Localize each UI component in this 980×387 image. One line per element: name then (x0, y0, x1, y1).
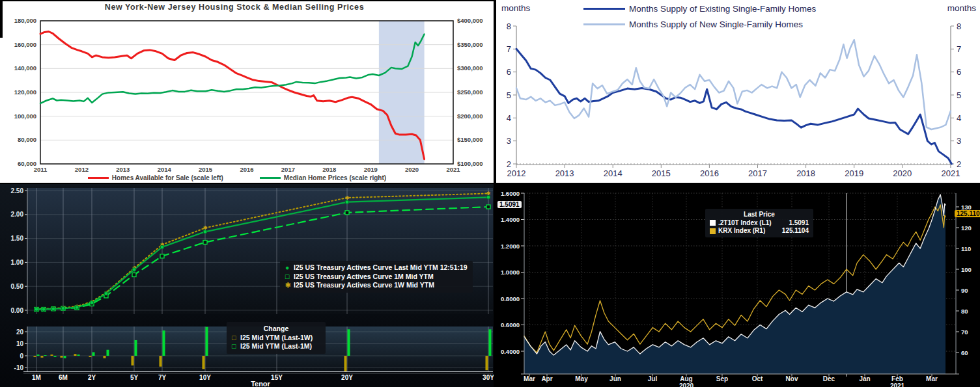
change-bar-1w (74, 354, 77, 356)
change-bar-1w (132, 356, 134, 366)
last-price-legend: Last Price .2T10T Index (L1) 1.5091 KRX … (705, 209, 813, 237)
change-bar-1m (64, 356, 66, 358)
change-bar-1w (104, 356, 106, 358)
left-axis-tick: 160,000 (14, 41, 36, 48)
main-panel (27, 188, 493, 314)
right-axis-tick: 110 (961, 245, 971, 252)
right-axis-tick: $100,000 (457, 160, 483, 167)
left-axis-tick: -10 (14, 364, 24, 371)
legend-item: Months Supply of New Single-Family Homes (583, 20, 816, 29)
legend-item: Months Supply of Existing Single-Family … (583, 4, 816, 14)
left-axis-tick: 120,000 (14, 88, 36, 96)
x-axis-tick: Mar (524, 375, 535, 382)
circle-marker (345, 200, 349, 204)
change-bar-1w (41, 356, 44, 358)
legend-label: I25 Mid YTM (Last-1W) (240, 334, 313, 341)
market-dashboard: New York-New Jersey Housing Stock & Medi… (0, 0, 980, 387)
left-axis-tick: 1.0000 (501, 269, 520, 276)
square-marker (345, 211, 349, 215)
legend-label: KRX Index (R1) (718, 227, 765, 235)
treasury-curve-chart: 2.502.001.501.000.500.0020100-101M6M2Y5Y… (0, 184, 494, 387)
circle-marker-icon: ● (285, 263, 294, 273)
change-bar-1w (160, 356, 162, 367)
existing-homes-swatch (583, 8, 625, 10)
months-legend: Months Supply of Existing Single-Family … (583, 4, 816, 29)
amber-bar-icon: □ (232, 334, 240, 343)
x-axis-tick: 2020 (893, 168, 912, 178)
right-axis-tick: 7 (957, 44, 961, 54)
series-line (516, 40, 951, 129)
change-bar-1m (77, 354, 80, 356)
right-axis-tick: 100 (961, 266, 972, 273)
x-axis-tick: 2011 (34, 166, 48, 173)
left-axis-tick: 8 (507, 21, 511, 31)
x-axis-tick: Apr (541, 375, 552, 382)
change-bar-1m (163, 330, 165, 356)
x-axis-tick: Feb (891, 375, 903, 382)
x-axis-year: 2020 (679, 382, 694, 387)
series-line (516, 49, 951, 164)
change-bar-1m (135, 340, 137, 356)
x-axis-tick: 20Y (341, 374, 353, 381)
x-axis-tick: Jul (648, 375, 658, 382)
housing-plot: 180,000160,000140,000120,000100,00080,00… (0, 0, 494, 183)
legend-label: Months Supply of New Single-Family Homes (629, 20, 803, 29)
square-marker (203, 240, 207, 244)
y-axis-title-right: months (947, 3, 976, 13)
legend-item: □I25 US Treasury Actives Curve 1M Mid YT… (285, 273, 468, 282)
x-axis-tick: 2017 (281, 166, 295, 173)
x-axis-tick: 2019 (845, 168, 863, 178)
circle-marker (61, 306, 65, 310)
left-axis-tick: 0.4000 (501, 348, 520, 355)
x-axis-tick: 2013 (555, 168, 574, 178)
legend-item: ✱I25 US Treasury Actives Curve 1W Mid YT… (285, 281, 468, 290)
legend-label: Months Supply of Existing Single-Family … (629, 4, 816, 14)
amber-line-swatch (710, 228, 716, 234)
right-axis-tick: 4 (957, 113, 961, 123)
right-axis-tick: 70 (961, 328, 968, 336)
housing-legend: Homes Available for Sale (scale left) Me… (26, 174, 448, 181)
change-legend-title: Change (232, 325, 320, 334)
x-axis-tick: 2018 (322, 166, 336, 173)
change-bar-1m (348, 329, 350, 356)
x-axis-tick: May (575, 375, 588, 382)
left-axis-tick: 80,000 (18, 136, 36, 143)
change-bar-1m (92, 352, 95, 356)
change-bar-1m (489, 329, 492, 356)
white-line-swatch (710, 220, 716, 226)
change-bar-1w (34, 356, 36, 357)
x-axis-tick: Dec (823, 375, 835, 382)
x-axis-year: 2021 (890, 382, 905, 387)
left-axis-tick: 2.00 (11, 211, 24, 218)
x-axis-tick: Oct (752, 375, 763, 382)
x-axis-tick: 2Y (88, 374, 96, 381)
last-price-tag-left: 1.5091 (497, 201, 522, 208)
circle-marker (160, 245, 164, 249)
legend-item: .2T10T Index (L1) 1.5091 (710, 219, 809, 228)
housing-chart: New York-New Jersey Housing Stock & Medi… (0, 0, 494, 183)
x-axis-tick: 6M (59, 374, 68, 381)
x-axis-tick: 7Y (158, 374, 167, 381)
x-axis-tick: Aug (680, 375, 692, 382)
months-supply-chart: months months 88776655443322201220132014… (496, 0, 980, 183)
right-axis-tick: 80 (961, 308, 968, 315)
change-bar-1w (61, 356, 63, 358)
x-axis-tick: Nov (786, 375, 798, 382)
left-axis-tick: 0 (20, 353, 23, 360)
x-axis-title: Tenor (251, 380, 270, 387)
change-bar-1m (107, 350, 109, 356)
x-axis-tick: 2021 (446, 166, 460, 173)
legend-label: I25 US Treasury Actives Curve Last Mid Y… (294, 263, 468, 271)
circle-marker (203, 230, 207, 234)
x-axis-tick: 2017 (748, 168, 767, 178)
left-axis-tick: 2.50 (11, 187, 24, 194)
left-axis-tick: 0.6000 (501, 321, 520, 328)
x-axis-tick: 2015 (652, 168, 671, 178)
legend-item: KRX Index (R1) 125.1104 (710, 227, 809, 235)
legend-item: □I25 Mid YTM (Last-1W) (232, 334, 320, 343)
circle-marker (75, 306, 79, 310)
x-axis-tick: Jun (609, 375, 621, 382)
circle-marker (104, 291, 108, 295)
circle-marker (486, 196, 490, 200)
x-axis-tick: 2012 (75, 166, 89, 173)
